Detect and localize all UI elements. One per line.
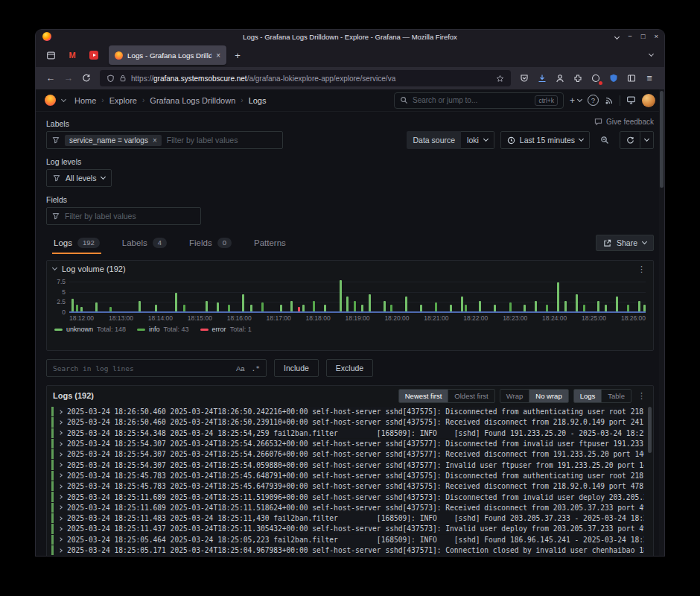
filter-chip[interactable]: service_name = varlogs × — [65, 135, 162, 146]
expand-chevron-icon[interactable] — [58, 505, 63, 510]
page-scrollbar[interactable] — [659, 89, 664, 556]
tracking-protection-icon[interactable] — [106, 74, 115, 83]
expand-chevron-icon[interactable] — [58, 474, 63, 478]
log-row[interactable]: 2025-03-24 18:26:50.460 2025-03-24T18:26… — [51, 417, 644, 427]
breadcrumb-item[interactable]: Logs — [249, 96, 267, 105]
back-button[interactable]: ← — [42, 70, 59, 86]
sort-oldest-first[interactable]: Oldest first — [448, 390, 494, 402]
label-filter-box[interactable]: service_name = varlogs × — [46, 131, 283, 149]
remove-filter-icon[interactable]: × — [153, 136, 157, 145]
log-row[interactable]: 2025-03-24 18:25:11.689 2025-03-24T18:25… — [51, 503, 644, 513]
fields-filter-box[interactable] — [46, 207, 201, 225]
expand-chevron-icon[interactable] — [58, 452, 63, 457]
include-button[interactable]: Include — [274, 359, 319, 377]
exclude-button[interactable]: Exclude — [326, 359, 373, 377]
minimize-button[interactable]: − — [628, 33, 632, 40]
logs-menu-icon[interactable]: ⋮ — [636, 391, 647, 401]
log-row[interactable]: 2025-03-24 18:25:54.307 2025-03-24T18:25… — [51, 449, 644, 459]
log-row[interactable]: 2025-03-24 18:25:05.171 2025-03-24T18:25… — [51, 545, 644, 555]
add-button[interactable]: + — [570, 95, 582, 106]
bookmark-star-icon[interactable] — [496, 74, 504, 83]
downloads-button[interactable] — [534, 70, 550, 86]
extensions-button[interactable] — [570, 70, 586, 86]
menu-button[interactable]: ≡ — [641, 70, 658, 86]
forward-button[interactable]: → — [60, 70, 77, 86]
time-range-picker[interactable]: Last 15 minutes — [500, 131, 590, 149]
volume-bar-unknown[interactable] — [369, 294, 371, 313]
refresh-interval-chevron[interactable] — [640, 132, 653, 148]
logs-scrollbar[interactable] — [648, 407, 652, 556]
log-row[interactable]: 2025-03-24 18:25:54.348 2025-03-24 18:25… — [51, 428, 644, 438]
search-input[interactable] — [413, 96, 530, 104]
log-row[interactable]: 2025-03-24 18:25:45.783 2025-03-24T18:25… — [51, 471, 644, 481]
titlebar[interactable]: Logs - Grafana Logs Drilldown - Explore … — [36, 30, 664, 43]
zoom-out-button[interactable] — [596, 131, 614, 149]
grafana-logo-icon[interactable] — [45, 95, 56, 106]
new-tab-button[interactable]: + — [229, 46, 246, 64]
legend-unknown[interactable]: unknownTotal: 148 — [54, 326, 126, 333]
wrap-wrap[interactable]: Wrap — [500, 390, 529, 402]
view-table[interactable]: Table — [601, 390, 631, 402]
log-search-box[interactable]: Aa .* — [46, 359, 267, 377]
log-search-input[interactable] — [53, 364, 229, 372]
reload-button[interactable] — [78, 70, 95, 86]
expand-chevron-icon[interactable] — [58, 495, 63, 499]
expand-chevron-icon[interactable] — [58, 463, 63, 467]
browser-tab[interactable]: Logs - Grafana Logs Drilldow × — [109, 45, 226, 65]
wrap-no-wrap[interactable]: No wrap — [529, 390, 567, 402]
fields-filter-input[interactable] — [65, 212, 195, 221]
close-button[interactable]: × — [654, 33, 658, 40]
expand-chevron-icon[interactable] — [58, 516, 63, 521]
org-switcher-chevron-icon[interactable] — [61, 96, 66, 101]
global-search[interactable]: ctrl+k — [394, 92, 564, 109]
sidebar-button[interactable] — [623, 70, 640, 86]
help-button[interactable]: ? — [588, 95, 599, 106]
regex-toggle[interactable]: .* — [252, 364, 260, 372]
lock-icon[interactable] — [119, 74, 127, 82]
tab-logs[interactable]: Logs192 — [52, 236, 101, 254]
log-levels-dropdown[interactable]: All levels — [46, 169, 112, 187]
addon-notification-button[interactable] — [588, 70, 604, 86]
window-menu-chevron-icon[interactable] — [615, 33, 619, 40]
expand-chevron-icon[interactable] — [58, 527, 63, 531]
account-button[interactable] — [552, 70, 568, 86]
log-row[interactable]: 2025-03-24 18:25:11.689 2025-03-24T18:25… — [51, 492, 644, 501]
log-row[interactable]: 2025-03-24 18:25:45.783 2025-03-24T18:25… — [51, 481, 644, 491]
volume-bar-unknown[interactable] — [576, 294, 578, 313]
datasource-picker[interactable]: loki — [461, 131, 494, 149]
expand-chevron-icon[interactable] — [58, 420, 63, 425]
give-feedback-link[interactable]: Give feedback — [594, 118, 654, 126]
page-scroll-thumb[interactable] — [660, 91, 664, 188]
breadcrumb-item[interactable]: Grafana Logs Drilldown — [150, 96, 235, 105]
expand-chevron-icon[interactable] — [58, 484, 63, 489]
expand-chevron-icon[interactable] — [58, 431, 63, 435]
breadcrumb-item[interactable]: Home — [74, 96, 96, 105]
maximize-button[interactable]: □ — [641, 33, 646, 40]
volume-bar-unknown[interactable] — [616, 297, 618, 313]
breadcrumb-item[interactable]: Explore — [109, 96, 137, 105]
volume-bar-unknown[interactable] — [175, 293, 177, 313]
refresh-button[interactable] — [620, 132, 640, 148]
pocket-button[interactable] — [516, 70, 532, 86]
tab-labels[interactable]: Labels4 — [121, 236, 168, 254]
volume-bar-unknown[interactable] — [346, 297, 349, 313]
volume-bar-unknown[interactable] — [242, 294, 244, 313]
log-row[interactable]: 2025-03-24 18:25:11.437 2025-03-24T18:25… — [51, 524, 644, 533]
log-row[interactable]: 2025-03-24 18:25:11.483 2025-03-24 18:25… — [51, 513, 644, 523]
legend-error[interactable]: errorTotal: 1 — [200, 326, 252, 333]
case-sensitivity-toggle[interactable]: Aa — [236, 364, 245, 372]
share-button[interactable]: Share — [596, 235, 654, 251]
view-logs[interactable]: Logs — [574, 390, 602, 402]
tab-fields[interactable]: Fields0 — [188, 236, 233, 254]
legend-info[interactable]: infoTotal: 43 — [137, 326, 189, 333]
expand-chevron-icon[interactable] — [58, 442, 63, 446]
expand-chevron-icon[interactable] — [58, 548, 63, 553]
tab-close-icon[interactable]: × — [216, 51, 220, 60]
chart-plot[interactable] — [69, 279, 646, 313]
list-tabs-chevron-icon[interactable] — [643, 47, 659, 63]
expand-chevron-icon[interactable] — [58, 410, 63, 414]
log-row[interactable]: 2025-03-24 18:25:05.464 2025-03-24 18:25… — [51, 535, 644, 545]
collapse-chevron-icon[interactable] — [52, 265, 57, 270]
monitor-button[interactable] — [626, 95, 636, 105]
content-blocker-button[interactable] — [605, 70, 622, 86]
